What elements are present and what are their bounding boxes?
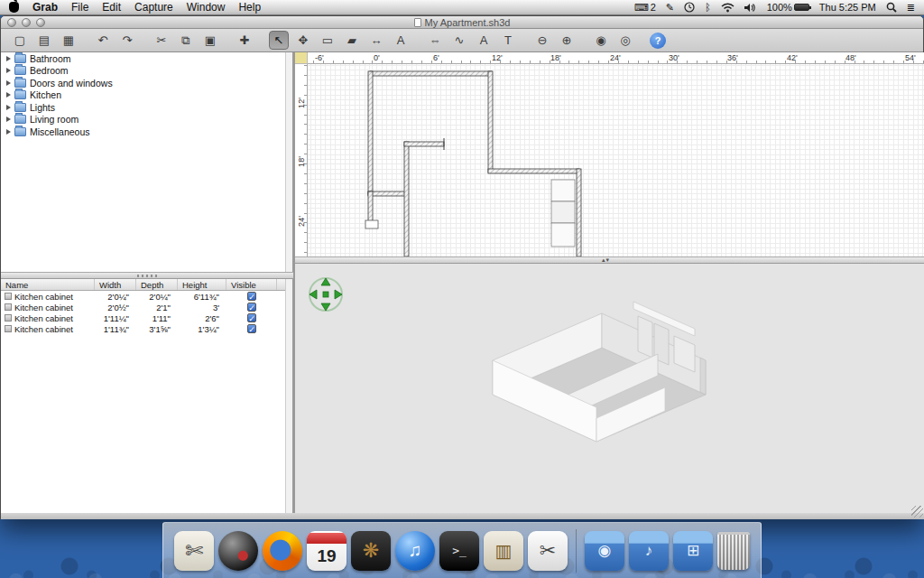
disclosure-triangle-icon[interactable] — [6, 117, 11, 122]
catalog-item-bathroom[interactable]: Bathroom — [1, 52, 292, 65]
catalog-item-lights[interactable]: Lights — [1, 101, 292, 114]
bootcamp-folder-dock-icon[interactable]: ⊞ — [673, 531, 713, 571]
cut-icon[interactable]: ✂ — [152, 31, 171, 50]
view-3d-canvas[interactable] — [295, 264, 924, 513]
menu-window[interactable]: Window — [187, 1, 226, 14]
category-folder-icon — [14, 54, 26, 63]
column-name[interactable]: Name — [1, 279, 95, 290]
pen-tablet-icon[interactable]: ✎ — [666, 2, 674, 14]
column-width[interactable]: Width — [95, 279, 136, 290]
trash-dock-icon[interactable] — [717, 532, 750, 570]
catalog-item-miscellaneous[interactable]: Miscellaneous — [1, 126, 292, 138]
paste-icon[interactable]: ▣ — [200, 31, 220, 50]
copy-icon[interactable]: ⧉ — [176, 31, 196, 50]
photos-folder-dock-icon[interactable]: ◉ — [585, 531, 624, 571]
help-icon[interactable]: ? — [650, 33, 666, 49]
wifi-icon[interactable] — [721, 3, 735, 13]
visible-checkbox[interactable] — [247, 324, 256, 333]
redo-icon[interactable]: ↷ — [117, 31, 137, 50]
battery-icon — [794, 4, 809, 11]
column-depth[interactable]: Depth — [136, 279, 178, 290]
create-rooms-icon[interactable]: ▰ — [342, 31, 362, 50]
menu-capture[interactable]: Capture — [134, 1, 173, 14]
polyline-tool-icon[interactable]: ∿ — [449, 31, 469, 50]
table-row[interactable]: Kitchen cabinet 2'0½" 2'1" 3' — [1, 302, 292, 312]
volume-icon[interactable] — [744, 3, 757, 13]
zoom-in-icon[interactable]: ⊕ — [557, 31, 577, 50]
apple-menu-icon[interactable] — [9, 2, 19, 13]
3d-navigation-compass-icon[interactable] — [306, 275, 346, 314]
create-video-icon[interactable]: ◎ — [615, 31, 635, 50]
ruler-label: 36' — [727, 53, 738, 62]
column-height[interactable]: Height — [178, 279, 226, 290]
save-document-icon[interactable]: ▦ — [59, 31, 79, 50]
utilities-dock-icon[interactable]: ▥ — [484, 531, 523, 571]
table-row[interactable]: Kitchen cabinet 1'11¼" 1'11" 2'6" — [1, 312, 292, 323]
firefox-dock-icon[interactable] — [263, 531, 302, 571]
disclosure-triangle-icon[interactable] — [6, 68, 11, 73]
cell-depth: 2'1" — [136, 303, 178, 312]
catalog-item-bedroom[interactable]: Bedroom — [1, 65, 292, 78]
visible-checkbox[interactable] — [247, 303, 256, 312]
visible-checkbox[interactable] — [247, 313, 256, 322]
ical-dock-icon[interactable]: 19 — [307, 531, 346, 571]
disclosure-triangle-icon[interactable] — [6, 129, 11, 135]
furniture-list-scrollbar[interactable] — [285, 279, 292, 513]
music-folder-dock-icon[interactable]: ♪ — [629, 531, 669, 571]
calendar-band — [307, 533, 346, 544]
spotlight-icon[interactable] — [886, 2, 897, 13]
catalog-scrollbar[interactable] — [285, 52, 292, 272]
toolbar-help-group: ? — [650, 33, 666, 49]
catalog-item-kitchen[interactable]: Kitchen — [1, 89, 292, 102]
zoom-out-icon[interactable]: ⊖ — [532, 31, 552, 50]
plan-3d-splitter[interactable]: ▴▾ — [295, 256, 924, 264]
table-row[interactable]: Kitchen cabinet 2'0¼" 2'0¼" 6'11¾" — [1, 291, 292, 302]
app-menu[interactable]: Grab — [32, 1, 58, 14]
itunes-dock-icon[interactable]: ♫ — [395, 531, 435, 571]
bluetooth-icon[interactable]: ᛒ — [705, 2, 711, 13]
catalog-item-living-room[interactable]: Living room — [1, 114, 292, 126]
undo-icon[interactable]: ↶ — [93, 31, 113, 50]
column-visible[interactable]: Visible — [226, 279, 277, 290]
visible-checkbox[interactable] — [247, 292, 256, 301]
create-dimensions-icon[interactable]: ↔ — [366, 31, 386, 50]
dark-sphere-dock-icon[interactable] — [218, 531, 258, 571]
dimension-tool-icon[interactable]: ⇔ — [425, 31, 445, 50]
create-walls-icon[interactable]: ▭ — [318, 31, 337, 50]
menu-edit[interactable]: Edit — [102, 1, 121, 14]
disclosure-triangle-icon[interactable] — [6, 56, 11, 61]
create-photo-icon[interactable]: ◉ — [591, 31, 611, 50]
select-mode-icon[interactable]: ↖ — [269, 31, 289, 50]
grab-dock-icon[interactable]: ✄ — [174, 531, 214, 571]
table-row[interactable]: Kitchen cabinet 1'11¾" 3'1⅝" 1'3¼" — [1, 323, 292, 334]
input-source-icon[interactable]: ⌨2 — [634, 2, 656, 14]
catalog-table-splitter[interactable] — [1, 272, 293, 279]
pan-mode-icon[interactable]: ✥ — [293, 31, 313, 50]
disclosure-triangle-icon[interactable] — [6, 105, 11, 110]
new-document-icon[interactable]: ▢ — [10, 31, 30, 50]
catalog-item-doors-windows[interactable]: Doors and windows — [1, 77, 292, 89]
add-furniture-icon[interactable]: ✚ — [235, 31, 254, 50]
menu-help[interactable]: Help — [238, 1, 261, 14]
cell-depth: 3'1⅝" — [136, 324, 178, 334]
label-tool-icon[interactable]: T — [498, 31, 518, 50]
open-document-icon[interactable]: ▤ — [34, 31, 54, 50]
quicksilver-dock-icon[interactable]: ❋ — [351, 531, 391, 571]
menu-bar-clock[interactable]: Thu 5:25 PM — [819, 2, 876, 13]
menu-extras-icon[interactable]: ≣ — [907, 2, 915, 14]
disclosure-triangle-icon[interactable] — [6, 92, 11, 98]
cell-depth: 2'0¼" — [136, 292, 178, 302]
preview-scissors-dock-icon[interactable]: ✂ — [528, 531, 568, 571]
terminal-dock-icon[interactable]: >_ — [439, 531, 479, 571]
title-bar[interactable]: My Apartment.sh3d — [1, 16, 923, 29]
plan-2d-canvas[interactable] — [308, 64, 924, 256]
resize-grip-icon[interactable] — [911, 506, 923, 517]
toolbar-file-group: ▢ ▤ ▦ — [10, 31, 79, 50]
text-style-icon[interactable]: A — [474, 31, 494, 50]
sync-clock-icon[interactable] — [684, 2, 695, 13]
create-texts-icon[interactable]: A — [391, 31, 411, 50]
battery-status[interactable]: 100% — [767, 2, 809, 13]
disclosure-triangle-icon[interactable] — [6, 80, 11, 86]
menu-file[interactable]: File — [71, 1, 88, 14]
spotlight-glyph — [886, 2, 897, 13]
